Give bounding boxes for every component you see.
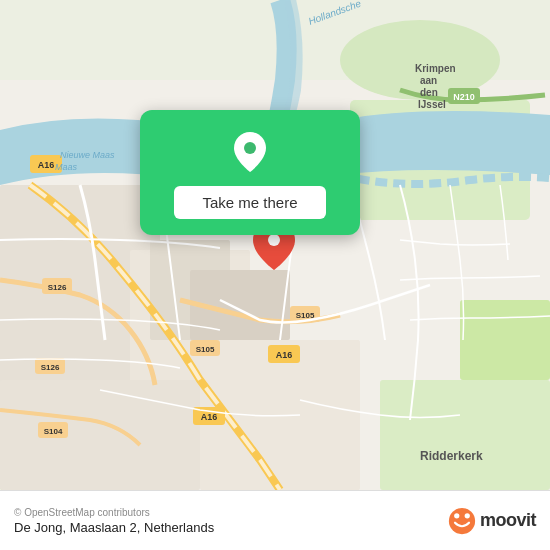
map-container: A16 A16 A16 S126 S126 S104 S105 S105 N21… <box>0 0 550 490</box>
svg-text:N210: N210 <box>453 92 475 102</box>
location-pin-icon <box>226 128 274 176</box>
svg-rect-6 <box>460 300 550 380</box>
svg-text:aan: aan <box>420 75 437 86</box>
svg-point-40 <box>268 234 280 246</box>
svg-rect-9 <box>0 380 200 490</box>
moovit-logo: moovit <box>448 507 536 535</box>
svg-text:IJssel: IJssel <box>418 99 446 110</box>
popup-card: Take me there <box>140 110 360 235</box>
svg-point-43 <box>454 513 459 518</box>
svg-text:A16: A16 <box>276 350 293 360</box>
moovit-icon <box>448 507 476 535</box>
svg-text:S126: S126 <box>48 283 67 292</box>
svg-text:S104: S104 <box>44 427 63 436</box>
svg-text:A16: A16 <box>201 412 218 422</box>
svg-point-42 <box>449 507 475 533</box>
svg-text:S126: S126 <box>41 363 60 372</box>
svg-text:Maas: Maas <box>55 162 78 172</box>
svg-text:A16: A16 <box>38 160 55 170</box>
svg-text:Krimpen: Krimpen <box>415 63 456 74</box>
copyright-text: © OpenStreetMap contributors <box>14 507 214 518</box>
bottom-bar: © OpenStreetMap contributors De Jong, Ma… <box>0 490 550 550</box>
svg-rect-5 <box>380 380 550 490</box>
address-section: © OpenStreetMap contributors De Jong, Ma… <box>14 507 214 535</box>
svg-text:S105: S105 <box>196 345 215 354</box>
take-me-there-button[interactable]: Take me there <box>174 186 325 219</box>
svg-text:Nieuwe Maas: Nieuwe Maas <box>60 150 115 160</box>
address-text: De Jong, Maaslaan 2, Netherlands <box>14 520 214 535</box>
svg-point-44 <box>465 513 470 518</box>
svg-point-41 <box>244 142 256 154</box>
moovit-brand-text: moovit <box>480 510 536 531</box>
svg-text:den: den <box>420 87 438 98</box>
svg-text:Ridderkerk: Ridderkerk <box>420 449 483 463</box>
